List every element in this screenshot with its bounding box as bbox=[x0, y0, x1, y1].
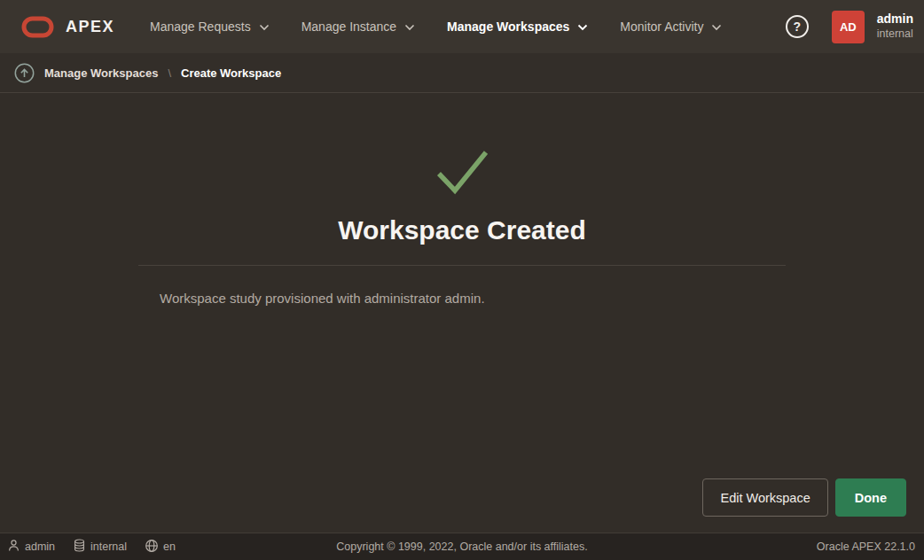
breadcrumb-parent[interactable]: Manage Workspaces bbox=[44, 66, 158, 80]
footer-database-label: internal bbox=[90, 541, 127, 553]
menu-manage-instance[interactable]: Manage Instance bbox=[291, 0, 426, 53]
brand: APEX bbox=[21, 16, 114, 38]
help-icon[interactable]: ? bbox=[786, 15, 809, 38]
success-message: Workspace study provisioned with adminis… bbox=[138, 291, 786, 306]
breadcrumb: Manage Workspaces \ Create Workspace bbox=[0, 53, 924, 93]
version-text: Oracle APEX 22.1.0 bbox=[817, 541, 915, 553]
footer-language-label: en bbox=[163, 541, 176, 553]
chevron-down-icon bbox=[577, 24, 588, 31]
user-instance: internal bbox=[877, 27, 913, 42]
chevron-down-icon bbox=[404, 24, 415, 31]
menu-item-label: Manage Workspaces bbox=[447, 19, 569, 34]
brand-name: APEX bbox=[66, 18, 114, 36]
avatar[interactable]: AD bbox=[832, 11, 865, 43]
footer-database: internal bbox=[73, 539, 127, 555]
up-arrow-icon[interactable] bbox=[14, 63, 35, 83]
edit-workspace-button[interactable]: Edit Workspace bbox=[702, 478, 827, 517]
chevron-down-icon bbox=[711, 24, 722, 31]
database-icon bbox=[73, 539, 86, 555]
chevron-down-icon bbox=[259, 24, 270, 31]
globe-icon bbox=[145, 539, 159, 556]
menu-monitor-activity[interactable]: Monitor Activity bbox=[609, 0, 732, 53]
menu-manage-requests[interactable]: Manage Requests bbox=[139, 0, 280, 53]
breadcrumb-current: Create Workspace bbox=[181, 66, 281, 80]
checkmark-icon bbox=[433, 146, 491, 201]
user-block: admin internal bbox=[877, 12, 913, 41]
main-menu: Manage Requests Manage Instance Manage W… bbox=[134, 0, 738, 53]
footer-language: en bbox=[145, 539, 176, 556]
page-title: Workspace Created bbox=[138, 215, 786, 245]
apex-admin-screen: APEX Manage Requests Manage Instance Man… bbox=[0, 0, 924, 560]
navbar-right: ? AD admin internal bbox=[786, 11, 913, 43]
oracle-logo-icon bbox=[21, 16, 54, 38]
breadcrumb-separator: \ bbox=[168, 66, 171, 80]
divider bbox=[138, 265, 786, 266]
menu-item-label: Monitor Activity bbox=[620, 19, 703, 34]
action-buttons: Edit Workspace Done bbox=[702, 478, 906, 517]
person-icon bbox=[7, 539, 20, 555]
menu-item-label: Manage Instance bbox=[301, 19, 396, 34]
success-card: Workspace Created Workspace study provis… bbox=[138, 93, 786, 306]
footer-status: admin internal bbox=[7, 539, 176, 556]
menu-manage-workspaces[interactable]: Manage Workspaces bbox=[436, 0, 599, 53]
top-navbar: APEX Manage Requests Manage Instance Man… bbox=[0, 0, 924, 53]
footer: Copyright © 1999, 2022, Oracle and/or it… bbox=[0, 533, 924, 560]
main-content: Workspace Created Workspace study provis… bbox=[0, 93, 924, 532]
footer-user: admin bbox=[7, 539, 55, 555]
done-button[interactable]: Done bbox=[835, 478, 906, 517]
menu-item-label: Manage Requests bbox=[150, 19, 251, 34]
user-name: admin bbox=[877, 12, 913, 27]
footer-user-label: admin bbox=[25, 541, 55, 553]
